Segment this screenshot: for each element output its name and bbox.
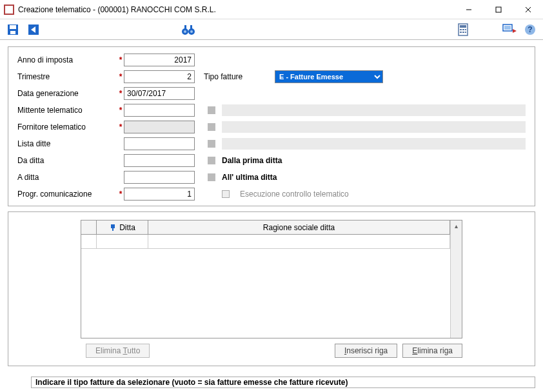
- maximize-button[interactable]: [484, 0, 513, 19]
- table-row[interactable]: [81, 235, 450, 249]
- da-ditta-input[interactable]: [124, 154, 195, 167]
- lista-desc: [222, 138, 526, 150]
- lista-label: Lista ditte: [17, 139, 117, 148]
- svg-rect-17: [460, 29, 462, 30]
- back-icon[interactable]: [26, 22, 41, 37]
- a-ditta-label: A ditta: [17, 173, 117, 182]
- col-ditta: Ditta: [119, 223, 135, 232]
- mittente-desc: [222, 104, 526, 116]
- esecuzione-checkbox: [222, 190, 230, 198]
- elimina-riga-button[interactable]: Elimina riga: [402, 344, 462, 358]
- progr-input[interactable]: [124, 188, 195, 201]
- statusbar: Indicare il tipo fatture da selezionare …: [31, 377, 535, 388]
- scroll-up-icon[interactable]: ▴: [455, 220, 458, 231]
- svg-rect-20: [460, 32, 462, 33]
- fornitore-label: Fornitore telematico: [17, 122, 117, 132]
- progr-label: Progr. comunicazione: [17, 190, 117, 199]
- required-marker: *: [117, 55, 124, 64]
- svg-text:?: ?: [528, 25, 532, 34]
- indicator-icon: [208, 106, 215, 114]
- da-ditta-desc: Dalla prima ditta: [222, 156, 282, 165]
- fornitore-input: [124, 121, 195, 133]
- grid[interactable]: Ditta Ragione sociale ditta ▴: [81, 220, 462, 338]
- indicator-icon: [208, 157, 215, 164]
- mittente-input[interactable]: [124, 104, 195, 117]
- scrollbar[interactable]: ▴: [450, 220, 462, 338]
- svg-rect-6: [10, 31, 15, 34]
- toolbar: ?: [0, 19, 543, 40]
- elimina-tutto-button[interactable]: Elimina Tutto: [86, 344, 150, 358]
- minimize-button[interactable]: [454, 0, 484, 19]
- tipo-fatture-label: Tipo fatture: [204, 72, 268, 81]
- anno-label: Anno di imposta: [17, 55, 117, 64]
- close-button[interactable]: [513, 0, 543, 19]
- required-marker: *: [117, 72, 124, 81]
- indicator-icon: [208, 140, 215, 148]
- da-ditta-label: Da ditta: [17, 156, 117, 165]
- svg-rect-11: [184, 25, 186, 29]
- required-marker: *: [117, 106, 124, 115]
- binoculars-icon[interactable]: [181, 22, 196, 37]
- display-export-icon[interactable]: [502, 22, 517, 37]
- pin-icon: [109, 224, 117, 231]
- svg-rect-1: [496, 7, 501, 12]
- svg-point-13: [184, 30, 186, 33]
- trimestre-input[interactable]: [124, 70, 195, 83]
- svg-rect-5: [10, 25, 16, 29]
- app-icon: [4, 5, 14, 15]
- svg-rect-16: [460, 25, 466, 28]
- form-frame: Anno di imposta * Trimestre * Tipo fattu…: [8, 46, 535, 206]
- window-title: Creazione telematico - (000001) RANOCCHI…: [18, 5, 454, 14]
- lista-input[interactable]: [124, 137, 195, 150]
- list-frame: Ditta Ragione sociale ditta ▴ Elimina Tu…: [8, 211, 535, 366]
- svg-rect-19: [465, 29, 466, 30]
- calculator-icon[interactable]: [455, 22, 471, 37]
- svg-marker-25: [513, 29, 517, 33]
- data-gen-input[interactable]: [124, 87, 195, 100]
- indicator-icon: [208, 173, 215, 181]
- help-icon[interactable]: ?: [522, 22, 538, 37]
- svg-rect-24: [504, 26, 511, 30]
- svg-rect-28: [111, 224, 115, 228]
- anno-input[interactable]: [124, 54, 195, 66]
- a-ditta-desc: All' ultima ditta: [222, 173, 277, 182]
- mittente-label: Mittente telematico: [17, 106, 117, 115]
- tipo-fatture-select[interactable]: E - Fatture Emesse: [275, 70, 383, 83]
- svg-rect-21: [462, 32, 464, 33]
- data-gen-label: Data generazione: [17, 89, 117, 98]
- svg-rect-29: [112, 228, 114, 231]
- trimestre-label: Trimestre: [17, 72, 117, 81]
- indicator-icon: [208, 123, 215, 131]
- a-ditta-input[interactable]: [124, 171, 195, 184]
- svg-rect-22: [465, 32, 466, 33]
- svg-rect-18: [462, 29, 464, 30]
- svg-rect-12: [190, 25, 192, 29]
- grid-header: Ditta Ragione sociale ditta: [81, 220, 450, 235]
- inserisci-riga-button[interactable]: Inserisci riga: [335, 344, 397, 358]
- col-ragione: Ragione sociale ditta: [148, 220, 450, 234]
- required-marker: *: [117, 89, 124, 98]
- esecuzione-label: Esecuzione controllo telematico: [240, 190, 349, 199]
- required-marker: *: [117, 122, 124, 132]
- status-text: Indicare il tipo fatture da selezionare …: [35, 378, 348, 387]
- save-icon[interactable]: [5, 22, 21, 37]
- svg-point-14: [190, 30, 193, 33]
- fornitore-desc: [222, 121, 526, 133]
- required-marker: *: [117, 190, 124, 199]
- titlebar: Creazione telematico - (000001) RANOCCHI…: [0, 0, 543, 19]
